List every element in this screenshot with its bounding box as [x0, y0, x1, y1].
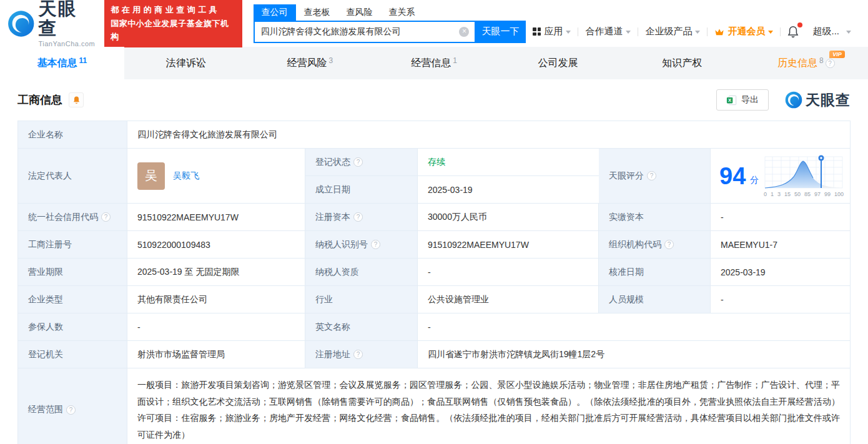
field-label: 核准日期: [599, 259, 711, 285]
search-input[interactable]: [254, 21, 475, 43]
tab-history-info[interactable]: VIP 历史信息 8 ?: [744, 47, 868, 79]
field-label: 企业名称: [18, 121, 127, 148]
insured-count-value: -: [127, 313, 305, 340]
table-row: 统一社会信用代码 ? 91510922MAEEMYU17W 注册资本 ? 300…: [18, 204, 850, 231]
nav-partner-channel[interactable]: 合作通道: [578, 26, 638, 37]
watermark-logo: 天眼查: [785, 91, 851, 110]
tab-basic-info[interactable]: 基本信息 11: [0, 47, 124, 79]
help-icon[interactable]: ?: [647, 171, 656, 180]
help-icon[interactable]: ?: [353, 212, 363, 222]
nav-enterprise-products[interactable]: 企业级产品: [638, 26, 707, 37]
help-icon[interactable]: ?: [353, 350, 363, 359]
tab-operating-info[interactable]: 经营信息 1: [372, 47, 496, 79]
table-row: 经营范围 ? 一般项目：旅游开发项目策划咨询；游览景区管理；会议及展览服务；园区…: [18, 368, 850, 444]
search-tab-company[interactable]: 查公司: [254, 4, 296, 21]
export-button[interactable]: X 导出: [716, 89, 769, 111]
chevron-down-icon: [846, 31, 851, 34]
table-row: 法定代表人 吴 吴毅飞 登记状态 ? 存续 成立日期 2025-03-19: [18, 149, 850, 204]
logo-text: 天眼查: [38, 0, 96, 39]
nav-partner-label: 合作通道: [585, 26, 623, 37]
business-term-value: 2025-03-19 至 无固定期限: [127, 259, 305, 285]
search-tab-relation[interactable]: 查关系: [381, 4, 423, 21]
english-name-value: -: [418, 313, 850, 340]
tab-count: 8: [819, 56, 824, 65]
field-label: 纳税人识别号: [315, 239, 368, 250]
field-label-wrap: 天眼评分 ?: [599, 149, 711, 203]
x-tick: 0: [764, 191, 767, 197]
search-tab-risk[interactable]: 查风险: [338, 4, 381, 21]
company-type-value: 其他有限责任公司: [127, 286, 305, 313]
tianyancha-swirl-icon: [7, 10, 34, 37]
search-tab-boss[interactable]: 查老板: [296, 4, 338, 21]
notification-bell[interactable]: [781, 25, 806, 39]
business-scope-value: 一般项目：旅游开发项目策划咨询；游览景区管理；会议及展览服务；园区管理服务；公园…: [127, 368, 850, 444]
credit-code-value: 91510922MAEEMYU17W: [127, 204, 305, 230]
table-subrow: 成立日期 2025-03-19: [305, 176, 598, 203]
legal-rep-cell: 吴 吴毅飞: [127, 149, 305, 203]
help-icon[interactable]: ?: [66, 405, 76, 415]
x-tick: 50: [794, 191, 801, 197]
help-icon[interactable]: ?: [353, 157, 363, 167]
vip-badge: VIP: [829, 51, 845, 58]
nav-vip-label: 开通会员: [727, 26, 765, 37]
tab-count: 11: [79, 56, 87, 65]
field-label: 营业期限: [18, 259, 127, 285]
tab-company-development[interactable]: 公司发展: [496, 47, 620, 79]
table-row: 营业期限 2025-03-19 至 无固定期限 纳税人资质 - 核准日期 202…: [18, 259, 850, 286]
table-row: 企业类型 其他有限责任公司 行业 公共设施管理业 人员规模 -: [18, 286, 850, 313]
score-cell: 94 分: [711, 149, 850, 203]
help-icon[interactable]: ?: [371, 240, 380, 249]
search-button[interactable]: 天眼一下: [475, 21, 526, 43]
nav-open-vip[interactable]: 开通会员: [708, 26, 780, 37]
clear-search-icon[interactable]: ×: [459, 27, 469, 37]
company-name-value: 四川沱牌舍得文化旅游发展有限公司: [127, 121, 850, 148]
field-label: 行业: [305, 286, 418, 313]
nav-apps[interactable]: 应用: [526, 26, 578, 37]
section-header: 工商信息 X 导出 天眼查: [17, 79, 851, 121]
watermark-text: 天眼查: [806, 91, 851, 110]
tab-count: 3: [329, 56, 333, 65]
tab-legal-proceedings[interactable]: 法律诉讼: [124, 47, 249, 79]
field-label: 英文名称: [305, 313, 418, 340]
help-icon[interactable]: ?: [101, 212, 111, 222]
field-label-wrap: 登记状态 ?: [305, 149, 418, 175]
score-value: 94: [719, 164, 746, 188]
chevron-down-icon: [626, 31, 631, 34]
tianyancha-logo[interactable]: 天眼查 TianYanCha.com: [7, 0, 96, 47]
tianyancha-swirl-icon: [785, 91, 802, 109]
legal-rep-link[interactable]: 吴毅飞: [173, 170, 199, 182]
tab-label: 经营风险: [287, 57, 327, 70]
org-code-value: MAEEMYU1-7: [711, 231, 850, 258]
x-tick: 3: [777, 191, 781, 197]
table-row: 登记机关 射洪市市场监督管理局 注册地址 ? 四川省遂宁市射洪市沱牌镇龙凤街19…: [18, 341, 850, 368]
nav-enterprise-label: 企业级产品: [645, 26, 692, 37]
excel-export-icon: X: [726, 95, 737, 106]
crown-icon: [714, 27, 724, 36]
promo-line1: 都在用的商业查询工具: [111, 3, 235, 16]
search-block: 查公司 查老板 查风险 查关系 × 天眼一下: [254, 4, 526, 43]
bell-icon: [72, 96, 81, 104]
field-label: 法定代表人: [18, 149, 127, 203]
avatar: 吴: [137, 162, 165, 190]
export-label: 导出: [741, 94, 759, 106]
registry-authority-value: 射洪市市场监督管理局: [127, 341, 305, 368]
chart-x-axis: 0 1 3 15 50 85 97 99 100: [764, 191, 844, 197]
x-tick: 85: [804, 191, 811, 197]
field-label-wrap: 组织机构代码 ?: [599, 231, 711, 258]
search-tabs: 查公司 查老板 查风险 查关系: [254, 4, 526, 21]
help-icon[interactable]: ?: [826, 59, 835, 68]
reg-status-value: 存续: [418, 149, 599, 175]
tab-intellectual-property[interactable]: 知识产权: [620, 47, 744, 79]
help-icon[interactable]: ?: [664, 240, 674, 249]
reg-number-value: 510922000109483: [127, 231, 305, 258]
bell-curve-chart: [764, 154, 844, 190]
apps-grid-icon: [533, 27, 541, 36]
nav-super-account[interactable]: 超级...: [806, 26, 858, 37]
field-label: 登记状态: [315, 157, 350, 168]
tab-operating-risk[interactable]: 经营风险 3: [248, 47, 372, 79]
taxpayer-qualification-value: -: [418, 259, 599, 285]
subscribe-bell-button[interactable]: [69, 92, 84, 107]
main-content: 工商信息 X 导出 天眼查: [0, 79, 868, 444]
reg-address-value: 四川省遂宁市射洪市沱牌镇龙凤街19幢1层2号: [418, 341, 850, 368]
table-subrow: 登记状态 ? 存续: [305, 149, 598, 176]
